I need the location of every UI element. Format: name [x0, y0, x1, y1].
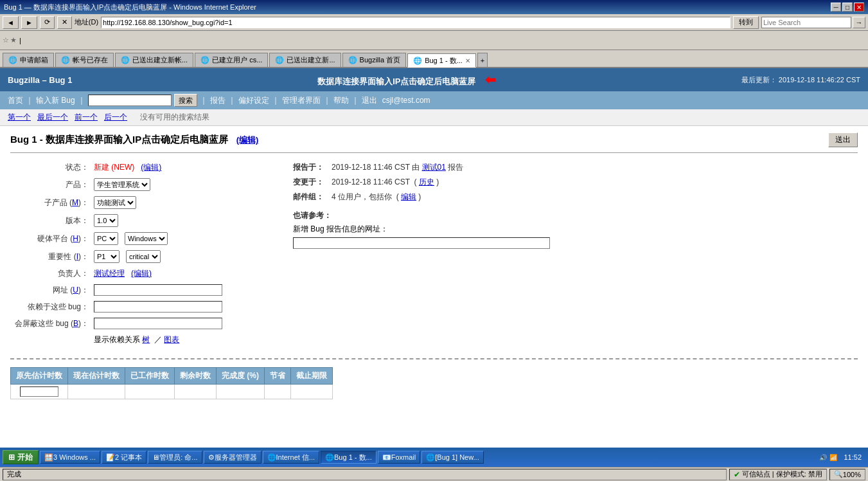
blocks-link[interactable]: B: [73, 319, 78, 328]
url-link[interactable]: U: [73, 286, 78, 295]
product-value: 学生管理系统: [94, 178, 280, 191]
nav-admin[interactable]: 管理者界面: [282, 95, 321, 106]
time-row: [11, 385, 333, 399]
tab-user[interactable]: 🌐 已建立用户 cs...: [195, 53, 268, 67]
os-select[interactable]: Windows: [125, 232, 168, 245]
col-orig-estimate: 原先估计时数: [11, 368, 68, 385]
hardware-link[interactable]: H: [73, 234, 78, 243]
nav-next[interactable]: 后一个: [104, 113, 127, 122]
search-inline: 搜索: [88, 94, 197, 107]
severity-select[interactable]: critical: [126, 250, 161, 263]
hardware-select[interactable]: PC: [94, 232, 118, 245]
nav-home[interactable]: 首页: [8, 95, 23, 106]
component-link[interactable]: M: [72, 198, 78, 207]
address-input[interactable]: [101, 17, 731, 28]
nav-user: csjl@test.com: [382, 96, 430, 105]
nav-last[interactable]: 最后一个: [37, 113, 68, 122]
nav-prev[interactable]: 前一个: [75, 113, 98, 122]
bug-form: 状态： 新建 (NEW) (编辑) 产品： 学生管理系统: [10, 162, 858, 350]
component-value: 功能测试: [94, 196, 280, 209]
priority-select[interactable]: P1: [94, 250, 120, 263]
orig-estimate-input[interactable]: [20, 386, 58, 397]
search-input[interactable]: [761, 17, 851, 28]
address-bar: ◄ ► ⟳ ✕ 地址(D) 转到 →: [0, 14, 868, 31]
minimize-button[interactable]: ─: [831, 3, 841, 12]
history-link[interactable]: 历史: [419, 177, 434, 186]
blocks-input[interactable]: [94, 318, 222, 329]
red-arrow-icon: ⬅: [485, 73, 496, 87]
bug-header-left: Bugzilla – Bug 1: [8, 75, 72, 85]
stop-button[interactable]: ✕: [57, 16, 72, 29]
reported-row: 报告于： 2019-12-18 11:46 CST 由 测试01 报告: [293, 162, 858, 173]
bug-form-right: 报告于： 2019-12-18 11:46 CST 由 测试01 报告 变更于：…: [293, 162, 858, 350]
back-button[interactable]: ◄: [3, 16, 19, 29]
url-value: [94, 284, 280, 296]
nav-search-input[interactable]: [88, 95, 172, 106]
product-row: 产品： 学生管理系统: [10, 178, 280, 191]
tab-icon5: 🌐: [275, 56, 284, 64]
col-curr-estimate: 现在估计时数: [68, 368, 125, 385]
close-button[interactable]: ✕: [854, 3, 864, 12]
chart-link[interactable]: 图表: [164, 335, 179, 344]
depends-row: 依赖于这些 bug：: [10, 301, 280, 313]
version-row: 版本： 1.0: [10, 214, 280, 227]
tab-bug1[interactable]: 🌐 Bug 1 - 数... ✕: [407, 53, 476, 68]
tree-link[interactable]: 树: [142, 335, 150, 344]
go-button[interactable]: 转到: [733, 16, 759, 29]
no-results-text: 没有可用的搜索结果: [140, 113, 209, 122]
forward-button[interactable]: ►: [21, 16, 37, 29]
nav-preferences[interactable]: 偏好设定: [238, 95, 269, 106]
nav-report[interactable]: 报告: [210, 95, 226, 106]
changed-label: 变更于：: [293, 177, 332, 188]
depends-input[interactable]: [94, 301, 222, 313]
product-select[interactable]: 学生管理系统: [94, 178, 150, 191]
severity-value: P1 critical: [94, 250, 280, 263]
reporter-link[interactable]: 测试01: [422, 163, 446, 172]
version-label: 版本：: [10, 215, 94, 226]
tab-jianli2[interactable]: 🌐 已送出建立新...: [269, 53, 341, 67]
tab-icon: 🌐: [8, 56, 17, 64]
submit-button[interactable]: 送出: [828, 132, 858, 147]
bug-header-center: 数据库连接界面输入IP点击确定后电脑蓝屏 ⬅: [72, 72, 741, 87]
tabs-bar: 🌐 申请邮箱 🌐 帐号已存在 🌐 已送出建立新帐... 🌐 已建立用户 cs..…: [0, 50, 868, 68]
nav-help[interactable]: 帮助: [333, 95, 349, 106]
bugzilla-page: Bugzilla – Bug 1 数据库连接界面输入IP点击确定后电脑蓝屏 ⬅ …: [0, 68, 868, 403]
component-select[interactable]: 功能测试: [94, 196, 136, 209]
search-go-button[interactable]: →: [853, 17, 865, 28]
section-separator: [10, 358, 858, 359]
tab-close-button[interactable]: ✕: [465, 57, 470, 64]
bug-main-title: Bug 1 - 数据库连接界面输入IP点击确定后电脑蓝屏 (编辑): [10, 134, 258, 146]
tab-label4: 已建立用户 cs...: [212, 55, 262, 65]
status-edit-link[interactable]: (编辑): [141, 163, 161, 172]
component-row: 子产品 (M)： 功能测试: [10, 196, 280, 209]
nav-first[interactable]: 第一个: [8, 113, 31, 122]
refresh-button[interactable]: ⟳: [40, 16, 55, 29]
nav-logout[interactable]: 退出: [362, 95, 377, 106]
version-select[interactable]: 1.0: [94, 214, 118, 227]
tab-bugzilla-home[interactable]: 🌐 Bugzilla 首页: [342, 53, 407, 67]
tab-jianli1[interactable]: 🌐 已送出建立新帐...: [115, 53, 193, 67]
curr-estimate-cell: [68, 385, 125, 399]
edit-title-link[interactable]: (编辑): [236, 135, 259, 145]
hardware-label: 硬体平台 (H)：: [10, 233, 94, 244]
nav-newbug[interactable]: 输入新 Bug: [36, 95, 75, 106]
tab-shenqing[interactable]: 🌐 申请邮箱: [3, 53, 54, 67]
col-remaining: 剩余时数: [175, 368, 217, 385]
nav-search-button[interactable]: 搜索: [174, 94, 197, 107]
dep-tree-links: 显示依赖关系 树 ／ 图表: [94, 334, 280, 345]
blocks-label: 会屏蔽这些 bug (B)：: [10, 318, 94, 329]
tab-haoma[interactable]: 🌐 帐号已存在: [55, 53, 114, 67]
severity-link[interactable]: I: [76, 252, 78, 261]
url-input[interactable]: [94, 284, 222, 296]
maximize-button[interactable]: □: [842, 3, 853, 12]
window-controls: ─ □ ✕: [831, 3, 864, 12]
cc-edit-link[interactable]: 编辑: [401, 192, 416, 201]
assignee-link[interactable]: 测试经理: [94, 269, 125, 278]
tab-new[interactable]: +: [477, 53, 488, 67]
also-ref-input[interactable]: [293, 237, 550, 249]
bug-content: Bug 1 - 数据库连接界面输入IP点击确定后电脑蓝屏 (编辑) 送出 状态：: [0, 126, 868, 403]
assignee-row: 负责人： 测试经理 (编辑): [10, 268, 280, 279]
tab-label2: 帐号已存在: [73, 55, 108, 65]
cc-value: 4 位用户，包括你 ( 编辑 ): [332, 192, 421, 203]
assignee-edit-link[interactable]: (编辑): [131, 269, 152, 278]
